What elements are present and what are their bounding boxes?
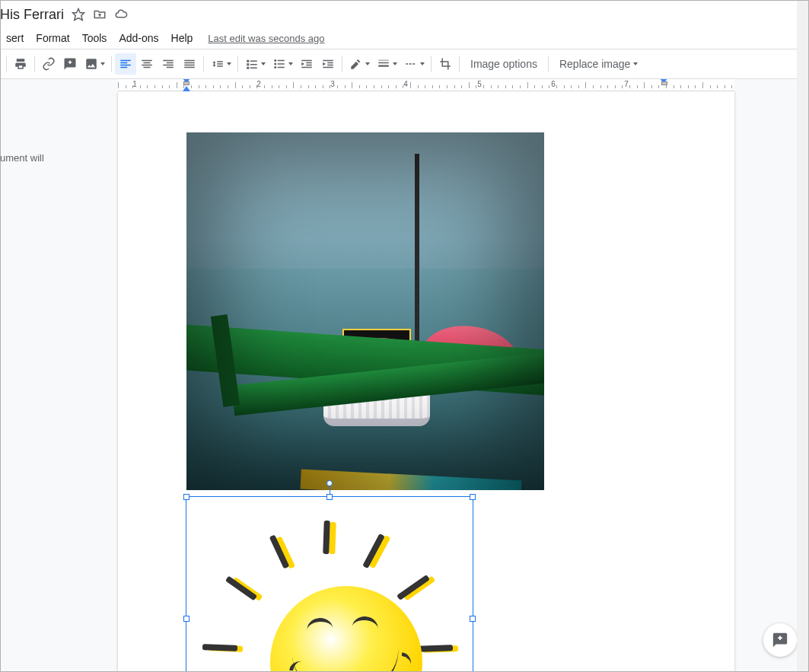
ruler-number: 4 bbox=[403, 80, 408, 88]
separator bbox=[111, 56, 112, 72]
menu-insert[interactable]: sert bbox=[0, 29, 30, 47]
align-justify-icon[interactable] bbox=[179, 53, 200, 75]
print-icon[interactable] bbox=[10, 53, 31, 75]
border-dash-icon[interactable] bbox=[400, 53, 428, 75]
decrease-indent-icon[interactable] bbox=[296, 53, 317, 75]
insert-link-icon[interactable] bbox=[38, 53, 59, 75]
insert-image-icon[interactable] bbox=[81, 53, 108, 75]
bulleted-list-icon[interactable] bbox=[269, 53, 296, 75]
last-edit-link[interactable]: Last edit was seconds ago bbox=[208, 33, 324, 44]
separator bbox=[431, 56, 432, 72]
align-right-icon[interactable] bbox=[158, 53, 179, 75]
align-center-icon[interactable] bbox=[136, 53, 158, 75]
replace-image-button[interactable]: Replace image bbox=[552, 53, 645, 75]
svg-point-3 bbox=[274, 66, 276, 68]
border-weight-icon[interactable] bbox=[373, 53, 400, 75]
document-area: ument will 1 2 3 4 5 6 7 bbox=[0, 79, 809, 672]
resize-handle-tl[interactable] bbox=[183, 494, 190, 500]
image-selection-frame[interactable] bbox=[186, 496, 473, 672]
ruler-number: 6 bbox=[551, 80, 556, 88]
horizontal-ruler[interactable]: 1 2 3 4 5 6 7 bbox=[118, 79, 734, 91]
separator bbox=[548, 56, 549, 72]
separator bbox=[6, 56, 7, 72]
title-bar: His Ferrari bbox=[0, 0, 809, 27]
svg-point-2 bbox=[274, 63, 276, 65]
crop-image-icon[interactable] bbox=[435, 53, 456, 75]
line-spacing-icon[interactable] bbox=[207, 53, 234, 75]
separator bbox=[237, 56, 238, 72]
separator bbox=[459, 56, 460, 72]
inserted-photo-boats[interactable] bbox=[186, 132, 544, 490]
svg-point-1 bbox=[274, 59, 276, 62]
resize-handle-r[interactable] bbox=[470, 616, 476, 622]
document-title[interactable]: His Ferrari bbox=[0, 7, 64, 23]
move-to-folder-icon[interactable] bbox=[93, 8, 107, 21]
align-left-icon[interactable] bbox=[115, 53, 136, 75]
svg-marker-0 bbox=[73, 9, 84, 21]
resize-handle-tr[interactable] bbox=[470, 494, 476, 500]
vertical-scrollbar[interactable] bbox=[797, 0, 809, 672]
menu-format[interactable]: Format bbox=[30, 29, 75, 47]
add-comment-fab[interactable] bbox=[763, 623, 797, 657]
resize-handle-l[interactable] bbox=[183, 616, 190, 622]
ruler-number: 7 bbox=[624, 80, 629, 88]
rotate-handle[interactable] bbox=[326, 480, 333, 486]
document-page[interactable] bbox=[118, 91, 734, 672]
menu-help[interactable]: Help bbox=[165, 29, 199, 47]
border-color-icon[interactable] bbox=[346, 53, 373, 75]
menu-tools[interactable]: Tools bbox=[76, 29, 113, 47]
separator bbox=[342, 56, 342, 72]
resize-handle-t[interactable] bbox=[326, 494, 333, 500]
separator bbox=[203, 56, 204, 72]
ruler-number: 5 bbox=[477, 80, 482, 88]
image-options-button[interactable]: Image options bbox=[463, 53, 545, 75]
increase-indent-icon[interactable] bbox=[317, 53, 339, 75]
ruler-number: 3 bbox=[330, 80, 335, 88]
star-icon[interactable] bbox=[72, 8, 85, 21]
outline-partial-text: ument will bbox=[0, 152, 44, 164]
menu-bar: sert Format Tools Add-ons Help Last edit… bbox=[0, 27, 809, 49]
add-comment-icon[interactable] bbox=[59, 53, 81, 75]
cloud-status-icon[interactable] bbox=[114, 8, 128, 21]
toolbar: Image options Replace image bbox=[0, 49, 809, 79]
checklist-icon[interactable] bbox=[241, 53, 269, 75]
separator bbox=[34, 56, 35, 72]
menu-addons[interactable]: Add-ons bbox=[113, 29, 164, 47]
